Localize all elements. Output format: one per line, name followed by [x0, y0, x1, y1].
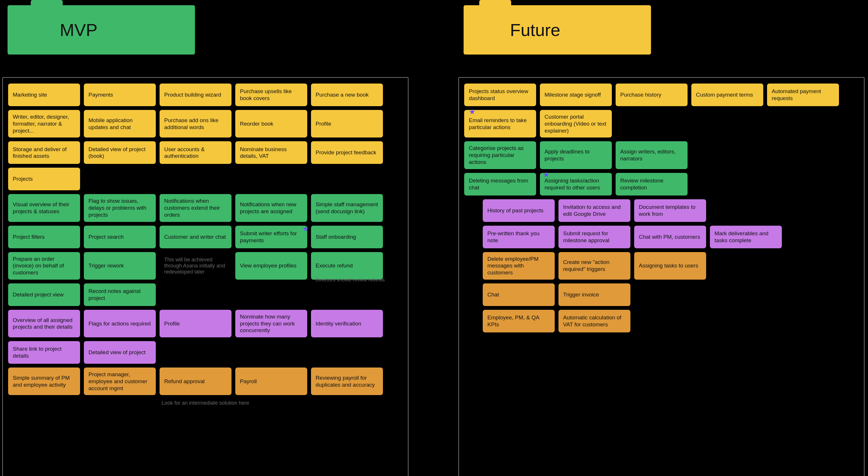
future-card[interactable]: Delete employee/PM messages with custome… — [483, 252, 555, 280]
mvp-card[interactable]: Nominate business details, VAT — [235, 141, 307, 164]
mvp-inline-note: This will be achieved through Asana init… — [160, 252, 231, 280]
mvp-card[interactable]: Payroll — [235, 368, 307, 395]
future-purple-row-1: History of past projects Invitation to a… — [483, 199, 859, 222]
mvp-card[interactable]: Customer and writer chat — [160, 226, 231, 248]
mvp-card[interactable]: Reorder book — [235, 110, 307, 137]
future-card[interactable]: Apply deadlines to projects — [540, 141, 612, 169]
mvp-card[interactable]: Share link to project details — [8, 341, 80, 364]
future-card[interactable]: Document templates to work from — [634, 199, 706, 222]
mvp-side-note: Directors should review refunds — [316, 277, 385, 283]
mvp-card[interactable]: Storage and deliver of finished assets — [8, 141, 80, 164]
mvp-card[interactable]: Execute refund — [311, 252, 383, 280]
mvp-card[interactable]: Simple staff management (send docusign l… — [311, 194, 383, 222]
mvp-card[interactable]: Projects — [8, 168, 80, 190]
mvp-card[interactable]: Profile — [160, 310, 231, 337]
mvp-orange-row-1: Simple summary of PM and employee activi… — [8, 368, 403, 395]
mvp-tab-label: MVP — [25, 20, 97, 40]
future-card[interactable]: Automated payment requests — [767, 84, 839, 106]
future-board: Projects status overview dashboard Miles… — [458, 77, 865, 476]
mvp-card[interactable]: Notifications when customers extend thei… — [160, 194, 231, 222]
future-card[interactable]: Deleting messages from chat — [464, 173, 536, 195]
future-card[interactable]: Customer portal onboarding (Video or tex… — [540, 110, 612, 137]
future-orange-row-3: Employee, PM, & QA KPIs Automatic calcul… — [483, 310, 859, 332]
mvp-card[interactable]: Detailed project view — [8, 283, 80, 306]
mvp-card[interactable]: Purchase upsells like book covers — [235, 84, 307, 106]
future-card[interactable]: ★ Assigning tasks/action required to oth… — [540, 173, 612, 195]
future-tab-front: Future — [464, 5, 651, 55]
future-purple-row-2: Pre-written thank you note Submit reques… — [483, 226, 859, 248]
mvp-card[interactable]: Nominate how many projects they can work… — [235, 310, 307, 337]
mvp-card[interactable]: Project filters — [8, 226, 80, 248]
mvp-card[interactable]: Purchase a new book — [311, 84, 383, 106]
mvp-card[interactable]: Flag to show issues, delays or problems … — [84, 194, 156, 222]
future-card[interactable]: Automatic calculation of VAT for custome… — [558, 310, 630, 332]
mvp-yellow-row-1: Marketing site Payments Product building… — [8, 84, 403, 106]
future-card[interactable]: Chat — [483, 283, 555, 306]
mvp-card[interactable]: Project manager, employee and customer a… — [84, 368, 156, 395]
mvp-card[interactable]: ★ Submit writer efforts for payments — [235, 226, 307, 248]
mvp-card[interactable]: Detailed view of project — [84, 341, 156, 364]
future-card[interactable]: Mark deliverables and tasks complete — [710, 226, 782, 248]
future-card[interactable]: Employee, PM, & QA KPIs — [483, 310, 555, 332]
mvp-yellow-row-4: Projects — [8, 168, 403, 190]
future-card[interactable]: Milestone stage signoff — [540, 84, 612, 106]
future-card[interactable]: Projects status overview dashboard — [464, 84, 536, 106]
mvp-card[interactable]: Staff onboarding — [311, 226, 383, 248]
future-green-row-1: Categorise projects as requiring particu… — [464, 141, 859, 169]
mvp-card[interactable]: View employee profiles — [235, 252, 307, 280]
mvp-card[interactable]: Provide project feedback — [311, 141, 383, 164]
mvp-card[interactable]: Flags for actions required — [84, 310, 156, 337]
mvp-yellow-row-3: Storage and deliver of finished assets D… — [8, 141, 403, 164]
future-orange-row-1: Delete employee/PM messages with custome… — [483, 252, 859, 280]
future-orange-row-2: Chat Trigger invoice — [483, 283, 859, 306]
mvp-card[interactable]: Payments — [84, 84, 156, 106]
future-tab-label: Future — [481, 20, 560, 40]
future-card[interactable]: Custom payment terms — [691, 84, 763, 106]
diagram-canvas: MVP Future Marketing site Payments Produ… — [0, 0, 868, 476]
mvp-card[interactable]: Visual overview of their projects & stat… — [8, 194, 80, 222]
mvp-card[interactable]: Trigger rework — [84, 252, 156, 280]
mvp-purple-row-2: Share link to project details Detailed v… — [8, 341, 403, 364]
mvp-card[interactable]: Project search — [84, 226, 156, 248]
future-card[interactable]: Purchase history — [616, 84, 687, 106]
mvp-green-row-1: Visual overview of their projects & stat… — [8, 194, 403, 222]
mvp-card[interactable]: Reviewing payroll for duplicates and acc… — [311, 368, 383, 395]
future-card[interactable]: Chat with PM, customers — [634, 226, 706, 248]
future-card[interactable]: Create new "action required" triggers — [558, 252, 630, 280]
mvp-card[interactable]: Writer, editor, designer, formatter, nar… — [8, 110, 80, 137]
future-card[interactable]: Assign writers, editors, narrators — [616, 141, 687, 169]
star-icon: ★ — [469, 107, 475, 117]
mvp-card[interactable]: Simple summary of PM and employee activi… — [8, 368, 80, 395]
star-icon: ★ — [302, 224, 309, 233]
mvp-tab-front: MVP — [7, 5, 195, 55]
mvp-card[interactable]: Record notes against project — [84, 283, 156, 306]
future-card[interactable]: Pre-written thank you note — [483, 226, 555, 248]
mvp-green-row-3: Prepare an order (invoice) on behalf of … — [8, 252, 403, 280]
mvp-green-row-4: Detailed project view Record notes again… — [8, 283, 403, 306]
future-green-row-2: Deleting messages from chat ★ Assigning … — [464, 173, 859, 195]
mvp-card[interactable]: Marketing site — [8, 84, 80, 106]
mvp-card[interactable]: Identity verification — [311, 310, 383, 337]
mvp-purple-row-1: Overview of all assigned projects and th… — [8, 310, 403, 337]
mvp-card[interactable]: Detailed view of project (book) — [84, 141, 156, 164]
mvp-card[interactable]: Overview of all assigned projects and th… — [8, 310, 80, 337]
future-yellow-row-1: Projects status overview dashboard Miles… — [464, 84, 859, 106]
future-card[interactable]: Categorise projects as requiring particu… — [464, 141, 536, 169]
mvp-card[interactable]: Profile — [311, 110, 383, 137]
mvp-card[interactable]: Prepare an order (invoice) on behalf of … — [8, 252, 80, 280]
mvp-card[interactable]: Product building wizard — [160, 84, 231, 106]
future-card[interactable]: Trigger invoice — [558, 283, 630, 306]
future-card[interactable]: History of past projects — [483, 199, 555, 222]
future-card[interactable]: Review milestone completion — [616, 173, 687, 195]
mvp-card[interactable]: Notifications when new projects are assi… — [235, 194, 307, 222]
future-card[interactable]: Assigning tasks to users — [634, 252, 706, 280]
future-card[interactable]: Submit request for milestone approval — [558, 226, 630, 248]
mvp-card[interactable]: Refund approval — [160, 368, 231, 395]
mvp-card[interactable]: Purchase add ons like additional words — [160, 110, 231, 137]
mvp-yellow-row-2: Writer, editor, designer, formatter, nar… — [8, 110, 403, 137]
future-yellow-row-2: ★ Email reminders to take particular act… — [464, 110, 859, 137]
future-card[interactable]: Invitation to access and edit Google Dri… — [558, 199, 630, 222]
mvp-card[interactable]: Mobile application updates and chat — [84, 110, 156, 137]
future-card[interactable]: ★ Email reminders to take particular act… — [464, 110, 536, 137]
mvp-card[interactable]: User accounts & authentication — [160, 141, 231, 164]
